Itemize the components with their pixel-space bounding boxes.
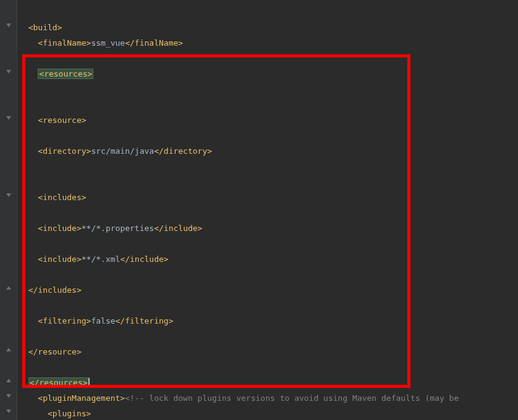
xml-tag: <include> bbox=[38, 224, 81, 233]
svg-marker-2 bbox=[6, 116, 11, 120]
code-line[interactable]: </includes> bbox=[17, 282, 518, 298]
xml-tag: </include> bbox=[154, 224, 202, 233]
fold-collapse-icon[interactable] bbox=[6, 192, 12, 198]
code-editor[interactable]: <build> <finalName>ssm_vue</finalName> <… bbox=[0, 0, 518, 420]
text-caret bbox=[88, 378, 90, 388]
code-area[interactable]: <build> <finalName>ssm_vue</finalName> <… bbox=[17, 0, 518, 420]
code-line[interactable]: <includes> bbox=[17, 190, 518, 205]
code-line[interactable]: <pluginManagement><!-- lock down plugins… bbox=[17, 390, 518, 406]
svg-marker-5 bbox=[6, 348, 11, 351]
code-line[interactable]: <resources> bbox=[17, 66, 518, 82]
xml-text: **/*.xml bbox=[82, 254, 121, 264]
xml-tag: <include> bbox=[38, 254, 81, 264]
fold-collapse-icon[interactable] bbox=[6, 393, 12, 399]
code-line[interactable]: <include>**/*.xml</include> bbox=[17, 251, 518, 267]
svg-marker-8 bbox=[6, 410, 11, 413]
xml-tag-highlighted: <resources> bbox=[38, 69, 93, 79]
xml-tag: <plugins> bbox=[48, 409, 91, 418]
code-line[interactable]: </resource> bbox=[17, 344, 518, 359]
xml-tag: <pluginManagement> bbox=[38, 393, 125, 403]
svg-marker-1 bbox=[6, 70, 11, 74]
gutter bbox=[0, 0, 17, 420]
xml-tag: </directory> bbox=[154, 146, 212, 156]
xml-comment: <!-- lock down plugins versions to avoid… bbox=[125, 393, 459, 403]
xml-tag: </includes> bbox=[28, 285, 82, 295]
xml-text: src/main/java bbox=[91, 146, 154, 156]
xml-tag: </resource> bbox=[28, 347, 82, 356]
code-line[interactable] bbox=[17, 159, 518, 174]
code-line[interactable] bbox=[17, 298, 518, 313]
fold-expand-icon[interactable] bbox=[6, 346, 12, 353]
svg-marker-6 bbox=[6, 379, 11, 382]
xml-tag: </filtering> bbox=[116, 316, 174, 326]
xml-text: **/*.properties bbox=[82, 224, 154, 233]
xml-tag: <finalName> bbox=[38, 38, 91, 48]
code-line[interactable] bbox=[17, 236, 518, 251]
code-line[interactable] bbox=[17, 97, 518, 112]
svg-marker-3 bbox=[6, 193, 11, 197]
svg-marker-0 bbox=[6, 23, 11, 27]
code-line[interactable]: <finalName>ssm_vue</finalName> bbox=[17, 35, 518, 51]
xml-tag: <build> bbox=[28, 23, 62, 32]
xml-text: ssm_vue bbox=[91, 38, 125, 48]
xml-tag: </finalName> bbox=[125, 38, 183, 48]
xml-tag: <includes> bbox=[38, 193, 86, 202]
svg-marker-4 bbox=[6, 286, 11, 290]
code-line[interactable]: <plugins> bbox=[17, 406, 518, 420]
xml-tag-highlighted: </resources> bbox=[28, 377, 89, 388]
code-line[interactable] bbox=[17, 51, 518, 66]
fold-expand-icon[interactable] bbox=[6, 285, 12, 291]
code-line[interactable]: <build> bbox=[17, 20, 518, 35]
code-line[interactable] bbox=[17, 82, 518, 97]
code-line[interactable]: <directory>src/main/java</directory> bbox=[17, 143, 518, 159]
xml-tag: <resource> bbox=[38, 116, 86, 125]
code-line[interactable]: <resource> bbox=[17, 112, 518, 128]
fold-collapse-icon[interactable] bbox=[6, 22, 12, 28]
code-line[interactable] bbox=[17, 205, 518, 220]
code-line[interactable]: <include>**/*.properties</include> bbox=[17, 220, 518, 236]
code-line[interactable] bbox=[17, 329, 518, 344]
code-line[interactable] bbox=[17, 359, 518, 375]
code-line[interactable] bbox=[17, 128, 518, 143]
fold-collapse-icon[interactable] bbox=[6, 408, 12, 414]
code-line[interactable] bbox=[17, 174, 518, 190]
xml-text: false bbox=[91, 316, 115, 326]
code-line[interactable] bbox=[17, 267, 518, 282]
xml-tag: </include> bbox=[120, 254, 168, 264]
fold-collapse-icon[interactable] bbox=[6, 69, 12, 75]
code-line[interactable]: </resources> bbox=[17, 375, 518, 390]
fold-expand-icon[interactable] bbox=[6, 377, 12, 384]
fold-collapse-icon[interactable] bbox=[6, 115, 12, 121]
code-line[interactable]: <filtering>false</filtering> bbox=[17, 313, 518, 329]
xml-tag: <directory> bbox=[38, 146, 91, 156]
xml-tag: <filtering> bbox=[38, 316, 91, 326]
svg-marker-7 bbox=[6, 394, 11, 398]
